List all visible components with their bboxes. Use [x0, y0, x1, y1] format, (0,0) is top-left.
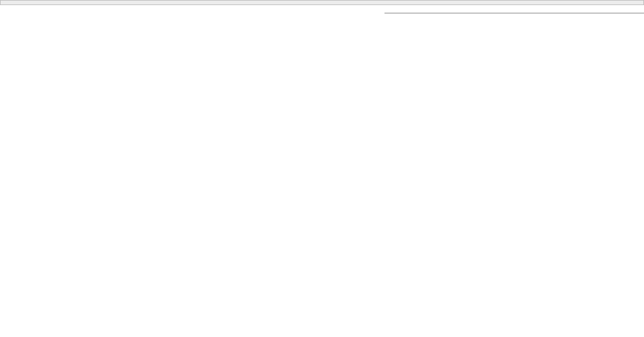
- col-lcl: [428, 10, 471, 13]
- col-sigma: [557, 10, 601, 13]
- col-ucl: [514, 10, 557, 13]
- col-size: [601, 10, 644, 13]
- summary-panel: [379, 5, 644, 13]
- col-avg: [471, 10, 515, 13]
- chart-panel: [0, 5, 379, 314]
- summary-table: [384, 10, 644, 13]
- col-points: [384, 10, 428, 13]
- control-chart[interactable]: [0, 8, 379, 314]
- window-title: [0, 0, 644, 5]
